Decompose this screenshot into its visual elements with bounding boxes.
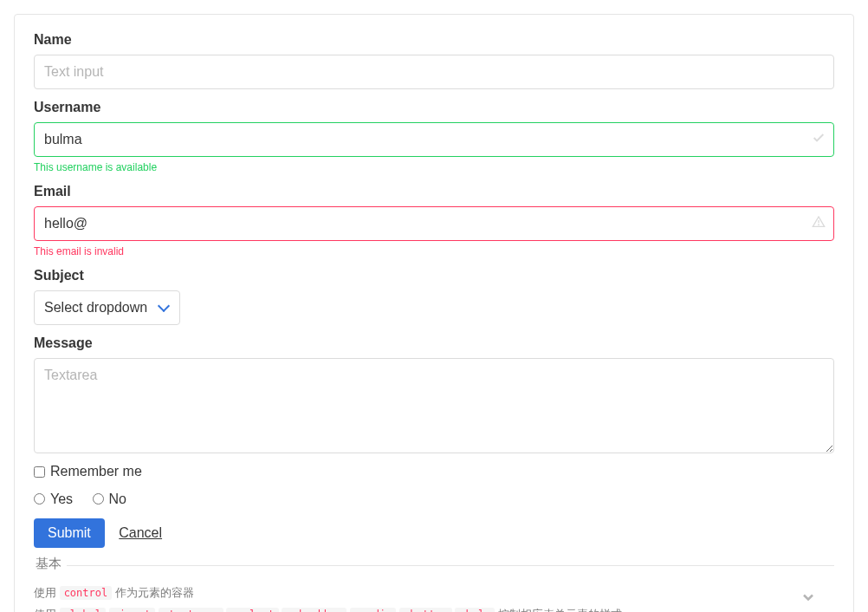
message-textarea[interactable] bbox=[34, 358, 834, 453]
hint1-suffix: 作为元素的容器 bbox=[112, 586, 194, 599]
hint2-code: .button bbox=[399, 608, 452, 612]
radio-yes-input[interactable] bbox=[34, 493, 45, 505]
field-remember: Remember me bbox=[34, 464, 834, 481]
field-name: Name bbox=[34, 32, 834, 89]
hint-line-2: 使用 .label .input .textarea .select .chec… bbox=[34, 604, 834, 612]
chevron-down-icon[interactable] bbox=[800, 589, 817, 609]
field-radio: Yes No bbox=[34, 492, 834, 509]
subject-select-wrap: Select dropdown bbox=[34, 290, 180, 325]
username-help: This username is available bbox=[34, 161, 834, 173]
username-label: Username bbox=[34, 100, 834, 115]
hint2-code: .radio bbox=[350, 608, 396, 612]
submit-button[interactable]: Submit bbox=[34, 518, 105, 548]
remember-checkbox[interactable]: Remember me bbox=[34, 464, 142, 479]
hint2-code: .input bbox=[109, 608, 155, 612]
remember-label-text: Remember me bbox=[50, 464, 142, 479]
radio-yes-label: Yes bbox=[50, 492, 73, 507]
remember-checkbox-input[interactable] bbox=[34, 466, 45, 478]
radio-no-input[interactable] bbox=[93, 493, 104, 505]
email-control bbox=[34, 206, 834, 241]
username-control bbox=[34, 122, 834, 157]
form-panel: Name Username This username is available… bbox=[14, 14, 854, 612]
subject-control: Select dropdown bbox=[34, 290, 834, 325]
hint2-suffix: 控制相应表单元素的样式 bbox=[498, 608, 622, 612]
radio-no-label: No bbox=[109, 492, 126, 507]
hint2-code: .textarea bbox=[159, 608, 223, 612]
name-input[interactable] bbox=[34, 55, 834, 89]
cancel-button[interactable]: Cancel bbox=[108, 518, 172, 548]
message-label: Message bbox=[34, 335, 834, 351]
legend-title: 基本 bbox=[30, 556, 67, 572]
hint2-code: .help bbox=[455, 608, 495, 612]
name-control bbox=[34, 55, 834, 89]
field-username: Username This username is available bbox=[34, 100, 834, 173]
subject-label: Subject bbox=[34, 268, 834, 283]
hint2-code: .checkbox bbox=[282, 608, 347, 612]
subject-select[interactable]: Select dropdown bbox=[34, 290, 180, 325]
email-label: Email bbox=[34, 184, 834, 199]
name-label: Name bbox=[34, 32, 834, 48]
radio-yes[interactable]: Yes bbox=[34, 492, 73, 507]
username-input[interactable] bbox=[34, 122, 834, 157]
hint2-codes: .label .input .textarea .select .checkbo… bbox=[60, 608, 498, 612]
hint2-code: .label bbox=[60, 608, 106, 612]
field-subject: Subject Select dropdown bbox=[34, 268, 834, 325]
message-control bbox=[34, 358, 834, 453]
hint2-prefix: 使用 bbox=[34, 608, 60, 612]
radio-no[interactable]: No bbox=[93, 492, 126, 507]
hint2-code: .select bbox=[226, 608, 279, 612]
button-row: Submit Cancel bbox=[34, 518, 834, 548]
legend-block: 基本 使用 control 作为元素的容器 使用 .label .input .… bbox=[34, 565, 834, 612]
field-email: Email This email is invalid bbox=[34, 184, 834, 257]
hint1-code: control bbox=[60, 586, 113, 600]
email-help: This email is invalid bbox=[34, 245, 834, 257]
email-input[interactable] bbox=[34, 206, 834, 241]
hint1-prefix: 使用 bbox=[34, 586, 60, 599]
field-message: Message bbox=[34, 335, 834, 453]
hint-line-1: 使用 control 作为元素的容器 bbox=[34, 583, 834, 604]
